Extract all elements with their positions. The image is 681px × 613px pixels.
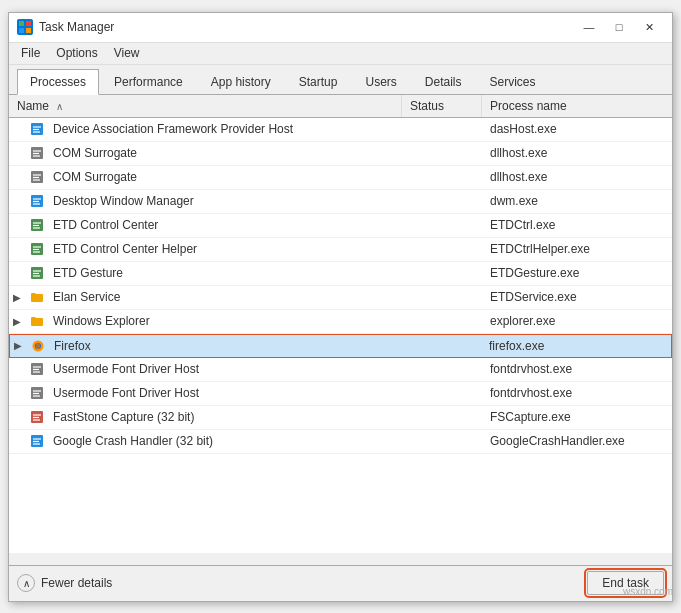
tab-users[interactable]: Users: [352, 69, 409, 94]
table-row[interactable]: ETD Control Center Helper ETDCtrlHelper.…: [9, 238, 672, 262]
tab-services[interactable]: Services: [477, 69, 549, 94]
task-manager-window: Task Manager — □ ✕ File Options View Pro…: [8, 12, 673, 602]
process-name: Windows Explorer: [49, 314, 402, 328]
process-exe: ETDGesture.exe: [482, 266, 672, 280]
minimize-button[interactable]: —: [574, 12, 604, 42]
expand-arrow[interactable]: ▶: [9, 316, 25, 327]
process-icon: [29, 385, 45, 401]
content-area: Name ∧ Status Process name Device Associ…: [9, 95, 672, 565]
process-exe: ETDCtrl.exe: [482, 218, 672, 232]
process-exe: GoogleCrashHandler.exe: [482, 434, 672, 448]
process-name: ETD Control Center: [49, 218, 402, 232]
process-name: FastStone Capture (32 bit): [49, 410, 402, 424]
window-controls: — □ ✕: [574, 12, 664, 42]
process-exe: dasHost.exe: [482, 122, 672, 136]
bottom-bar: ∧ Fewer details End task: [9, 565, 672, 601]
table-row[interactable]: ▶ Firefox firefox.exe: [9, 334, 672, 358]
svg-rect-2: [19, 28, 24, 33]
column-name-header[interactable]: Name ∧: [9, 95, 402, 117]
column-status-header[interactable]: Status: [402, 95, 482, 117]
process-exe: firefox.exe: [481, 339, 671, 353]
menu-options[interactable]: Options: [48, 44, 105, 62]
process-name: Device Association Framework Provider Ho…: [49, 122, 402, 136]
process-exe: dllhost.exe: [482, 146, 672, 160]
table-row[interactable]: Usermode Font Driver Host fontdrvhost.ex…: [9, 358, 672, 382]
tab-startup[interactable]: Startup: [286, 69, 351, 94]
close-button[interactable]: ✕: [634, 12, 664, 42]
process-icon: [30, 338, 46, 354]
process-icon: [29, 241, 45, 257]
tab-app-history[interactable]: App history: [198, 69, 284, 94]
svg-rect-0: [19, 21, 24, 26]
table-row[interactable]: FastStone Capture (32 bit) FSCapture.exe: [9, 406, 672, 430]
process-name: Usermode Font Driver Host: [49, 362, 402, 376]
table-row[interactable]: Usermode Font Driver Host fontdrvhost.ex…: [9, 382, 672, 406]
tab-bar: Processes Performance App history Startu…: [9, 65, 672, 95]
process-name: Firefox: [50, 339, 401, 353]
process-exe: explorer.exe: [482, 314, 672, 328]
process-table[interactable]: Device Association Framework Provider Ho…: [9, 118, 672, 553]
fewer-details-button[interactable]: ∧ Fewer details: [17, 574, 112, 592]
maximize-button[interactable]: □: [604, 12, 634, 42]
process-icon: [29, 217, 45, 233]
tab-performance[interactable]: Performance: [101, 69, 196, 94]
table-row[interactable]: COM Surrogate dllhost.exe: [9, 166, 672, 190]
process-icon: [29, 265, 45, 281]
up-arrow-icon: ∧: [17, 574, 35, 592]
process-exe: dllhost.exe: [482, 170, 672, 184]
process-exe: fontdrvhost.exe: [482, 362, 672, 376]
table-row[interactable]: ETD Gesture ETDGesture.exe: [9, 262, 672, 286]
process-name: COM Surrogate: [49, 170, 402, 184]
process-icon: [29, 409, 45, 425]
process-name: Desktop Window Manager: [49, 194, 402, 208]
process-icon: [29, 145, 45, 161]
tab-details[interactable]: Details: [412, 69, 475, 94]
svg-rect-3: [26, 28, 31, 33]
process-exe: FSCapture.exe: [482, 410, 672, 424]
menu-view[interactable]: View: [106, 44, 148, 62]
process-icon: [29, 169, 45, 185]
title-bar: Task Manager — □ ✕: [9, 13, 672, 43]
table-row[interactable]: ETD Control Center ETDCtrl.exe: [9, 214, 672, 238]
process-exe: ETDCtrlHelper.exe: [482, 242, 672, 256]
process-icon: [29, 433, 45, 449]
process-icon: [29, 313, 45, 329]
window-title: Task Manager: [39, 20, 574, 34]
process-name: ETD Control Center Helper: [49, 242, 402, 256]
process-name: Google Crash Handler (32 bit): [49, 434, 402, 448]
process-icon: [29, 121, 45, 137]
table-row[interactable]: Device Association Framework Provider Ho…: [9, 118, 672, 142]
table-header: Name ∧ Status Process name: [9, 95, 672, 118]
process-name: COM Surrogate: [49, 146, 402, 160]
expand-arrow[interactable]: ▶: [10, 340, 26, 351]
process-exe: dwm.exe: [482, 194, 672, 208]
process-name: Usermode Font Driver Host: [49, 386, 402, 400]
menu-file[interactable]: File: [13, 44, 48, 62]
tab-processes[interactable]: Processes: [17, 69, 99, 95]
fewer-details-label: Fewer details: [41, 576, 112, 590]
menu-bar: File Options View: [9, 43, 672, 65]
horizontal-scrollbar[interactable]: [9, 553, 672, 565]
expand-arrow[interactable]: ▶: [9, 292, 25, 303]
app-icon: [17, 19, 33, 35]
process-icon: [29, 361, 45, 377]
sort-arrow: ∧: [56, 101, 63, 112]
process-exe: ETDService.exe: [482, 290, 672, 304]
process-name: Elan Service: [49, 290, 402, 304]
process-icon: [29, 193, 45, 209]
process-name: ETD Gesture: [49, 266, 402, 280]
process-icon: [29, 289, 45, 305]
table-row[interactable]: COM Surrogate dllhost.exe: [9, 142, 672, 166]
end-task-button[interactable]: End task: [587, 571, 664, 595]
svg-rect-1: [26, 21, 31, 26]
process-exe: fontdrvhost.exe: [482, 386, 672, 400]
column-process-header[interactable]: Process name: [482, 95, 672, 117]
table-row[interactable]: Desktop Window Manager dwm.exe: [9, 190, 672, 214]
table-row[interactable]: ▶ Windows Explorer explorer.exe: [9, 310, 672, 334]
table-row[interactable]: ▶ Elan Service ETDService.exe: [9, 286, 672, 310]
table-row[interactable]: Google Crash Handler (32 bit) GoogleCras…: [9, 430, 672, 454]
